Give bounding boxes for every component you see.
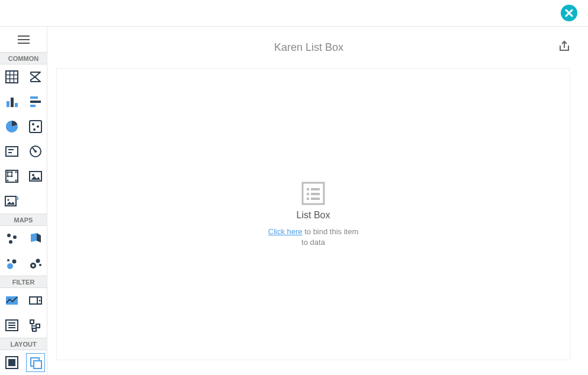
svg-rect-63 <box>311 198 320 200</box>
svg-rect-62 <box>307 198 309 200</box>
svg-rect-0 <box>6 71 18 83</box>
svg-point-40 <box>32 264 34 267</box>
scatter-icon[interactable] <box>4 231 20 246</box>
list-filter-icon[interactable] <box>4 318 20 333</box>
svg-point-25 <box>11 176 12 177</box>
svg-rect-54 <box>8 359 15 366</box>
svg-point-27 <box>15 180 17 182</box>
image-icon[interactable] <box>28 169 43 184</box>
svg-point-22 <box>7 172 8 173</box>
svg-rect-5 <box>7 101 9 107</box>
svg-rect-10 <box>30 105 36 107</box>
menu-icon <box>18 35 30 44</box>
pie-chart-icon[interactable] <box>4 119 20 134</box>
list-box-placeholder: List Box Click here to bind this item to… <box>266 180 361 248</box>
svg-point-37 <box>12 260 16 264</box>
svg-rect-9 <box>30 101 41 103</box>
svg-rect-51 <box>36 324 40 328</box>
svg-rect-7 <box>15 103 18 107</box>
dice-icon[interactable] <box>28 119 43 134</box>
svg-rect-15 <box>6 147 18 156</box>
sigma-icon[interactable] <box>28 69 43 85</box>
svg-rect-8 <box>30 96 38 99</box>
svg-point-35 <box>9 240 12 244</box>
header: Karen List Box <box>47 27 588 68</box>
canvas: List Box Click here to bind this item to… <box>56 68 570 360</box>
svg-point-24 <box>7 176 8 177</box>
svg-rect-59 <box>311 188 320 190</box>
tab-layout-icon[interactable] <box>28 355 43 370</box>
polygon-icon[interactable] <box>28 231 43 246</box>
page-title: Karen List Box <box>59 41 558 54</box>
treemap-icon[interactable] <box>4 169 20 184</box>
gauge-icon[interactable] <box>28 144 43 159</box>
svg-rect-56 <box>34 361 41 368</box>
svg-point-30 <box>32 174 34 176</box>
export-button[interactable] <box>558 40 570 54</box>
svg-point-26 <box>15 172 17 173</box>
close-button[interactable] <box>561 5 577 21</box>
svg-rect-6 <box>11 98 14 107</box>
horizontal-bar-icon[interactable] <box>28 94 43 109</box>
bubble-map-icon[interactable] <box>4 256 20 271</box>
card-icon[interactable] <box>4 144 20 159</box>
bar-chart-icon[interactable] <box>4 94 20 109</box>
sidebar: COMMON <box>0 27 47 375</box>
svg-rect-50 <box>30 320 34 324</box>
placeholder-label: List Box <box>297 210 330 221</box>
svg-point-42 <box>39 264 41 266</box>
point-map-icon[interactable] <box>28 256 43 271</box>
svg-point-12 <box>32 123 34 125</box>
svg-rect-60 <box>307 193 309 195</box>
section-filter: FILTER <box>0 276 47 288</box>
svg-point-23 <box>11 172 12 173</box>
bind-data-link[interactable]: Click here <box>268 227 303 236</box>
group-layout-icon[interactable] <box>4 355 20 370</box>
section-layout: LAYOUT <box>0 338 47 350</box>
svg-point-14 <box>33 128 36 131</box>
export-icon <box>558 40 570 52</box>
svg-point-41 <box>36 259 40 263</box>
svg-rect-61 <box>311 193 320 195</box>
placeholder-text: Click here to bind this item to data <box>266 227 361 248</box>
svg-point-19 <box>34 150 37 153</box>
svg-rect-58 <box>307 188 309 190</box>
section-maps: MAPS <box>0 214 47 226</box>
svg-point-36 <box>7 263 13 269</box>
svg-point-38 <box>7 259 9 261</box>
range-filter-icon[interactable] <box>4 293 20 308</box>
placeholder-rest: to bind this item to data <box>301 227 358 247</box>
list-box-icon <box>300 180 326 206</box>
svg-point-13 <box>37 125 39 128</box>
web-image-icon[interactable] <box>4 193 20 209</box>
main: Karen List Box List Box <box>47 27 588 375</box>
svg-rect-52 <box>33 328 36 331</box>
menu-button[interactable] <box>0 27 47 52</box>
tree-filter-icon[interactable] <box>28 318 43 333</box>
svg-rect-11 <box>30 121 41 132</box>
section-common: COMMON <box>0 52 47 64</box>
close-icon <box>565 9 573 17</box>
svg-point-28 <box>7 180 8 182</box>
svg-point-32 <box>7 199 9 201</box>
grid-icon[interactable] <box>4 69 20 85</box>
svg-point-34 <box>13 235 17 239</box>
topbar <box>0 0 588 27</box>
combo-filter-icon[interactable] <box>28 293 43 308</box>
svg-point-33 <box>7 234 11 237</box>
